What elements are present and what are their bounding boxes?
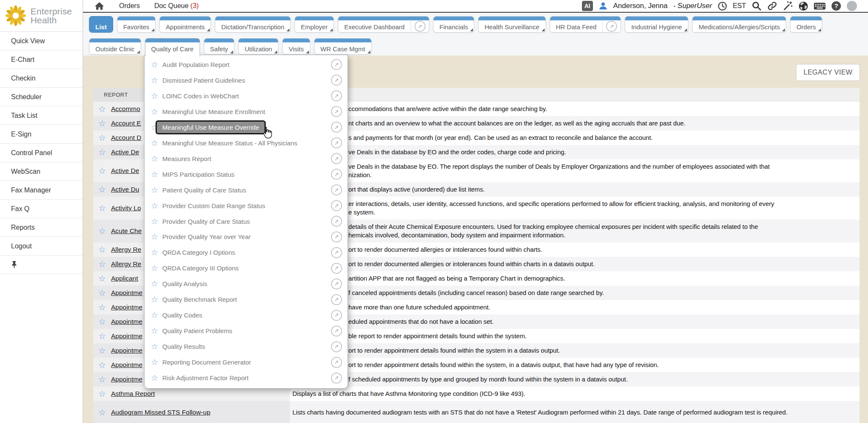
report-link-appointme[interactable]: Appointme <box>111 347 142 354</box>
open-in-new-icon[interactable]: ↗ <box>331 75 342 86</box>
tab-wr-case-mgmt[interactable]: WR Case Mgmt <box>314 38 372 55</box>
tab-quality-of-care[interactable]: Quality of Care <box>145 38 200 56</box>
favorite-star-icon[interactable]: ☆ <box>151 217 158 225</box>
clock-icon[interactable] <box>718 1 727 11</box>
favorite-star-icon[interactable]: ☆ <box>98 167 106 175</box>
favorite-star-icon[interactable]: ☆ <box>151 170 158 178</box>
menu-item-quality-results[interactable]: ☆Quality Results↗ <box>145 339 348 354</box>
sidebar-item-logout[interactable]: Logout <box>0 237 83 256</box>
sidebar-item-reports[interactable]: Reports <box>0 218 83 237</box>
tab-outside-clinic[interactable]: Outside Clinic <box>89 38 141 55</box>
favorite-star-icon[interactable]: ☆ <box>151 342 158 351</box>
favorite-star-icon[interactable]: ☆ <box>98 119 106 128</box>
report-link-active-de[interactable]: Active De <box>111 148 139 156</box>
report-link-active-du[interactable]: Active Du <box>111 186 139 193</box>
favorite-star-icon[interactable]: ☆ <box>151 202 158 210</box>
favorite-star-icon[interactable]: ☆ <box>98 408 106 417</box>
favorite-star-icon[interactable]: ☆ <box>151 186 158 194</box>
favorite-star-icon[interactable]: ☆ <box>98 274 106 283</box>
favorite-star-icon[interactable]: ☆ <box>151 374 158 382</box>
menu-item-qrda-category-i-options[interactable]: ☆QRDA Category I Options↗ <box>145 245 348 260</box>
tab-dictation-transcription[interactable]: Dictation/Transcription <box>215 16 291 33</box>
menu-item-meaningful-use-measure-status-all-physicians[interactable]: ☆Meaningful Use Measure Status - All Phy… <box>145 135 348 151</box>
report-link-appointme[interactable]: Appointme <box>111 376 142 383</box>
open-in-new-icon[interactable]: ↗ <box>331 247 342 258</box>
report-link-asthma-report[interactable]: Asthma Report <box>111 390 155 398</box>
favorite-star-icon[interactable]: ☆ <box>98 105 106 113</box>
open-in-new-icon[interactable]: ↗ <box>331 169 342 180</box>
favorite-star-icon[interactable]: ☆ <box>151 327 158 335</box>
favorite-star-icon[interactable]: ☆ <box>151 358 158 366</box>
menu-item-qrda-category-iii-options[interactable]: ☆QRDA Category III Options↗ <box>145 260 348 276</box>
menu-item-dismissed-patient-guidelines[interactable]: ☆Dismissed Patient Guidelines↗ <box>145 72 348 88</box>
sidebar-item-checkin[interactable]: Checkin <box>0 69 83 88</box>
sidebar-item-fax-manager[interactable]: Fax Manager <box>0 181 83 200</box>
favorite-star-icon[interactable]: ☆ <box>151 248 158 256</box>
favorite-star-icon[interactable]: ☆ <box>98 227 106 235</box>
favorite-star-icon[interactable]: ☆ <box>151 155 158 163</box>
favorite-star-icon[interactable]: ☆ <box>98 204 106 212</box>
tab-safety[interactable]: Safety <box>204 38 235 55</box>
sidebar-item-e-sign[interactable]: E-Sign <box>0 125 83 144</box>
report-link-audiogram-missed-sts-follow-up[interactable]: Audiogram Missed STS Follow-up <box>111 409 210 416</box>
open-in-new-icon[interactable]: ↗ <box>331 90 342 101</box>
open-in-new-icon[interactable]: ↗ <box>331 310 342 321</box>
menu-item-quality-benchmark-report[interactable]: ☆Quality Benchmark Report↗ <box>145 292 348 307</box>
open-in-new-icon[interactable]: ↗ <box>331 357 342 368</box>
sidebar-pin-row[interactable] <box>0 256 83 274</box>
menu-item-provider-custom-date-range-status[interactable]: ☆Provider Custom Date Range Status↗ <box>145 198 348 214</box>
tab-employer[interactable]: Employer <box>295 16 334 33</box>
favorite-star-icon[interactable]: ☆ <box>151 264 158 272</box>
report-link-accommo[interactable]: Accommo <box>111 105 140 113</box>
open-in-new-icon[interactable]: ↗ <box>331 106 342 117</box>
favorite-star-icon[interactable]: ☆ <box>98 260 106 268</box>
favorite-star-icon[interactable]: ☆ <box>98 303 106 312</box>
menu-item-quality-codes[interactable]: ☆Quality Codes↗ <box>145 307 348 323</box>
menu-item-meaningful-use-measure-enrollment[interactable]: ☆Meaningful Use Measure Enrollment↗ <box>145 104 348 120</box>
report-link-acute-che[interactable]: Acute Che <box>111 227 142 235</box>
sidebar-item-webscan[interactable]: WebScan <box>0 162 83 181</box>
open-in-new-icon[interactable]: ↗ <box>331 326 342 337</box>
tab-favorites[interactable]: Favorites <box>117 16 156 33</box>
tab-hr-data-feed[interactable]: HR Data Feed↗ <box>550 16 621 33</box>
open-in-new-icon[interactable]: ↗ <box>331 294 342 305</box>
search-icon[interactable] <box>751 1 762 11</box>
favorite-star-icon[interactable]: ☆ <box>151 311 158 319</box>
open-in-new-icon[interactable]: ↗ <box>331 122 342 133</box>
tab-appointments[interactable]: Appointments <box>159 16 211 33</box>
open-in-new-icon[interactable]: ↗ <box>331 278 342 289</box>
report-link-active-de[interactable]: Active De <box>111 167 139 175</box>
open-in-new-icon[interactable]: ↗ <box>331 373 342 384</box>
report-link-appointme[interactable]: Appointme <box>111 332 142 340</box>
favorite-star-icon[interactable]: ☆ <box>151 108 158 116</box>
sidebar-item-quick-view[interactable]: Quick View <box>0 32 83 50</box>
ai-badge[interactable]: AI <box>582 1 593 11</box>
keyboard-icon[interactable] <box>814 2 826 11</box>
menu-item-audit-population-report[interactable]: ☆Audit Population Report↗ <box>145 57 348 72</box>
open-in-new-icon[interactable]: ↗ <box>331 231 342 242</box>
menu-item-measures-report[interactable]: ☆Measures Report↗ <box>145 151 348 167</box>
favorite-star-icon[interactable]: ☆ <box>98 375 106 384</box>
sidebar-item-e-chart[interactable]: E-Chart <box>0 50 83 69</box>
tab-industrial-hygiene[interactable]: Industrial Hygiene <box>625 16 688 33</box>
favorite-star-icon[interactable]: ☆ <box>151 295 158 303</box>
menu-item-reporting-document-generator[interactable]: ☆Reporting Document Generator↗ <box>145 354 348 370</box>
report-link-appointme[interactable]: Appointme <box>111 289 142 297</box>
favorite-star-icon[interactable]: ☆ <box>98 361 106 369</box>
user-name[interactable]: Anderson, Jenna <box>613 2 668 10</box>
menu-item-provider-quality-year-over-year[interactable]: ☆Provider Quality Year over Year↗ <box>145 229 348 245</box>
report-link-activity-lo[interactable]: Activity Lo <box>111 204 141 212</box>
nav-orders[interactable]: Orders <box>119 2 140 10</box>
report-link-appointme[interactable]: Appointme <box>111 303 142 311</box>
tab-list[interactable]: List <box>89 16 113 33</box>
menu-item-provider-quality-of-care-status[interactable]: ☆Provider Quality of Care Status↗ <box>145 214 348 229</box>
open-in-new-icon[interactable]: ↗ <box>331 216 342 227</box>
nav-doc-queue[interactable]: Doc Queue (3) <box>154 2 199 10</box>
open-in-new-icon[interactable]: ↗ <box>331 137 342 148</box>
menu-item-risk-adjustment-factor-report[interactable]: ☆Risk Adjustment Factor Report↗ <box>145 370 348 386</box>
menu-item-quality-analysis[interactable]: ☆Quality Analysis↗ <box>145 276 348 292</box>
legacy-view-button[interactable]: LEGACY VIEW <box>796 64 860 81</box>
external-link-segment[interactable]: ↗ <box>411 17 429 32</box>
favorite-star-icon[interactable]: ☆ <box>151 233 158 241</box>
sidebar-item-scheduler[interactable]: Scheduler <box>0 88 83 106</box>
